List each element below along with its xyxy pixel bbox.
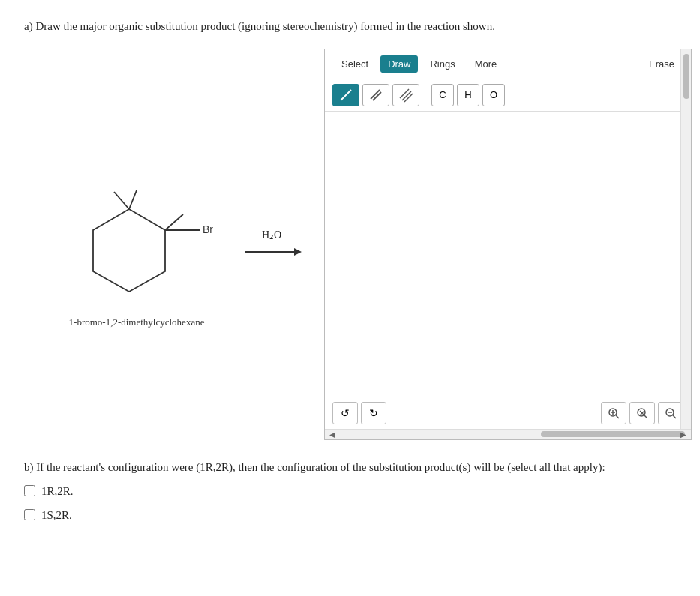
- erase-button[interactable]: Erase: [641, 55, 682, 73]
- question-b-text: b) If the reactant's configuration were …: [24, 458, 676, 476]
- bottom-toolbar: ↺ ↻: [325, 397, 691, 429]
- molecule-container: Br 1-bromo-1,2-dimethylcyclohexane: [54, 160, 219, 328]
- question-a-text: a) Draw the major organic substitution p…: [24, 18, 676, 35]
- svg-line-10: [400, 89, 409, 98]
- draw-button[interactable]: Draw: [380, 55, 418, 73]
- top-toolbar: Select Draw Rings More Erase: [325, 49, 691, 79]
- drawing-canvas[interactable]: [325, 112, 691, 397]
- carbon-button[interactable]: C: [431, 84, 454, 106]
- redo-button[interactable]: ↻: [361, 402, 386, 424]
- rings-button[interactable]: Rings: [422, 55, 462, 73]
- undo-button[interactable]: ↺: [332, 402, 358, 424]
- checkbox-1r2r[interactable]: [24, 485, 35, 496]
- triple-bond-button[interactable]: [392, 84, 419, 106]
- svg-line-1: [165, 214, 183, 230]
- reaction-arrow: [242, 244, 302, 259]
- scroll-left-arrow[interactable]: ◀: [329, 430, 335, 439]
- svg-line-14: [616, 415, 619, 418]
- checkbox-1s2r[interactable]: [24, 509, 35, 520]
- arrow-area: H₂O: [242, 229, 302, 259]
- reagent-label: H₂O: [262, 229, 281, 241]
- drawing-tool: Select Draw Rings More Erase: [324, 49, 692, 440]
- label-1s2r: 1S,2R.: [41, 506, 72, 524]
- undo-redo-buttons: ↺ ↻: [332, 402, 386, 424]
- zoom-buttons: [601, 402, 683, 424]
- svg-marker-0: [93, 209, 165, 292]
- bond-toolbar: C H O: [325, 79, 691, 112]
- zoom-reset-button[interactable]: [629, 402, 655, 424]
- svg-line-20: [673, 415, 676, 418]
- molecule-svg: Br: [54, 160, 219, 310]
- molecule-label: 1-bromo-1,2-dimethylcyclohexane: [69, 316, 205, 328]
- svg-line-18: [644, 415, 647, 418]
- double-bond-button[interactable]: [362, 84, 389, 106]
- br-label: Br: [203, 223, 213, 235]
- svg-line-7: [341, 90, 351, 100]
- single-bond-button[interactable]: [332, 84, 359, 106]
- svg-line-4: [129, 190, 137, 209]
- svg-line-12: [404, 94, 413, 102]
- right-scroll-thumb: [683, 54, 689, 99]
- right-scrollbar[interactable]: [680, 49, 691, 429]
- select-button[interactable]: Select: [334, 55, 376, 73]
- more-button[interactable]: More: [467, 55, 505, 73]
- oxygen-button[interactable]: O: [482, 84, 505, 106]
- scroll-right-arrow[interactable]: ▶: [680, 430, 686, 439]
- zoom-out-button[interactable]: [658, 402, 683, 424]
- zoom-in-button[interactable]: [601, 402, 626, 424]
- bottom-scrollbar[interactable]: ◀ ▶: [325, 429, 691, 439]
- question-b: b) If the reactant's configuration were …: [24, 458, 676, 524]
- checkbox-item-2: 1S,2R.: [24, 506, 676, 524]
- checkbox-item-1: 1R,2R.: [24, 482, 676, 500]
- svg-marker-6: [294, 248, 302, 256]
- label-1r2r: 1R,2R.: [41, 482, 74, 500]
- hydrogen-button[interactable]: H: [457, 84, 479, 106]
- scrollbar-thumb: [541, 431, 685, 437]
- svg-line-3: [114, 192, 129, 209]
- reaction-area: Br 1-bromo-1,2-dimethylcyclohexane H₂O S…: [54, 49, 676, 440]
